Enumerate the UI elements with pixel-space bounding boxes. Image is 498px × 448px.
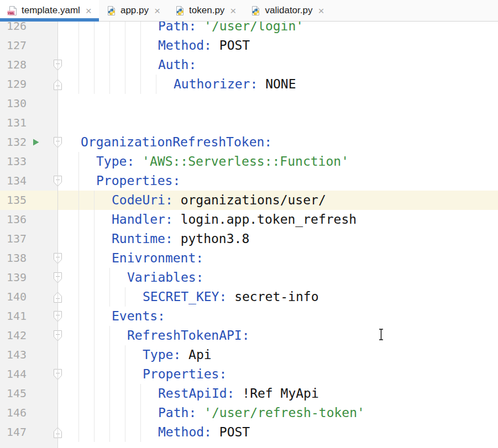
indent-guide <box>94 287 95 307</box>
line-number: 143 <box>0 345 27 365</box>
indent-guide <box>78 55 79 75</box>
svg-text:YML: YML <box>7 10 14 14</box>
code-line-140: 140SECRET_KEY: secret-info <box>0 287 498 307</box>
tab-label: token.py <box>189 5 224 16</box>
indent-guide <box>78 75 79 94</box>
indent-guide <box>109 345 110 365</box>
indent-guide <box>140 36 141 55</box>
code-text[interactable]: RefreshTokenAPI: <box>127 326 250 345</box>
line-number: 132 <box>0 133 27 152</box>
line-number: 128 <box>0 55 27 75</box>
code-line-129: 129Authorizer: NONE <box>0 75 498 94</box>
indent-guide <box>140 384 141 403</box>
close-icon[interactable]: × <box>86 6 92 16</box>
tab-label: validator.py <box>265 5 312 16</box>
code-line-133: 133Type: 'AWS::Serverless::Function' <box>0 152 498 171</box>
code-text[interactable]: CodeUri: organizations/user/ <box>112 191 326 210</box>
indent-guide <box>94 229 95 249</box>
tab-app.py[interactable]: app.py× <box>99 0 167 21</box>
line-number: 140 <box>0 287 27 307</box>
line-number: 133 <box>0 152 27 171</box>
line-number: 130 <box>0 94 27 113</box>
code-text[interactable]: Events: <box>112 307 165 326</box>
line-number: 138 <box>0 249 27 268</box>
indent-guide <box>109 403 110 423</box>
code-text[interactable]: Enivronment: <box>112 249 203 268</box>
line-number: 146 <box>0 403 27 423</box>
code-text[interactable]: SECRET_KEY: secret-info <box>143 287 319 307</box>
line-number: 136 <box>0 210 27 229</box>
tab-template.yaml[interactable]: YMLtemplate.yaml× <box>0 0 99 21</box>
code-text[interactable]: Properties: <box>143 365 227 384</box>
line-number: 139 <box>0 268 27 287</box>
code-text[interactable]: RestApiId: !Ref MyApi <box>158 384 319 403</box>
line-number: 129 <box>0 75 27 94</box>
run-icon[interactable] <box>30 137 41 147</box>
code-line-128: 128Auth: <box>0 55 498 75</box>
code-text[interactable]: Handler: login.app.token_refresh <box>112 210 357 229</box>
indent-guide <box>109 326 110 345</box>
code-text[interactable]: Authorizer: NONE <box>174 75 296 94</box>
text-cursor-icon <box>378 328 385 343</box>
indent-guide <box>125 345 125 365</box>
code-text[interactable]: Properties: <box>96 171 180 191</box>
tab-label: app.py <box>120 5 149 16</box>
indent-guide <box>94 345 95 365</box>
tab-token.py[interactable]: token.py× <box>167 0 243 21</box>
line-number: 134 <box>0 171 27 191</box>
indent-guide <box>78 384 79 403</box>
indent-guide <box>78 287 79 307</box>
code-text[interactable]: Method: POST <box>158 423 250 442</box>
indent-guide <box>78 191 79 210</box>
indent-guide <box>78 268 79 287</box>
code-text[interactable]: Type: Api <box>143 345 212 365</box>
indent-guide <box>78 365 79 384</box>
line-number: 142 <box>0 326 27 345</box>
code-line-142: 142RefreshTokenAPI: <box>0 326 498 345</box>
code-text[interactable]: Type: 'AWS::Serverless::Function' <box>96 152 349 171</box>
code-line-143: 143Type: Api <box>0 345 498 365</box>
close-icon[interactable]: × <box>230 6 236 16</box>
indent-guide <box>78 171 79 191</box>
indent-guide <box>94 403 95 423</box>
indent-guide <box>109 55 110 75</box>
indent-guide <box>125 365 125 384</box>
tab-validator.py[interactable]: validator.py× <box>243 0 331 21</box>
indent-guide <box>78 249 79 268</box>
indent-guide <box>125 75 125 94</box>
code-line-136: 136Handler: login.app.token_refresh <box>0 210 498 229</box>
indent-guide <box>94 365 95 384</box>
active-tab-underline <box>0 18 99 22</box>
code-text[interactable]: Auth: <box>158 55 196 75</box>
line-number: 131 <box>0 113 27 133</box>
code-line-144: 144Properties: <box>0 365 498 384</box>
indent-guide <box>140 403 141 423</box>
code-area[interactable]: 126Path: '/user/login'127Method: POST128… <box>0 0 498 448</box>
gutter-separator <box>57 0 58 448</box>
indent-guide <box>140 55 141 75</box>
code-line-139: 139Variables: <box>0 268 498 287</box>
close-icon[interactable]: × <box>154 6 160 16</box>
code-line-134: 134Properties: <box>0 171 498 191</box>
indent-guide <box>78 326 79 345</box>
code-line-141: 141Events: <box>0 307 498 326</box>
indent-guide <box>109 384 110 403</box>
code-text[interactable]: Runtime: python3.8 <box>112 229 249 249</box>
indent-guide <box>125 384 125 403</box>
code-line-147: 147Method: POST <box>0 423 498 442</box>
indent-guide <box>78 403 79 423</box>
code-text[interactable]: OrganizationRefreshToken: <box>81 133 272 152</box>
indent-guide <box>78 210 79 229</box>
code-text[interactable]: Method: POST <box>158 36 250 55</box>
code-line-145: 145RestApiId: !Ref MyApi <box>0 384 498 403</box>
indent-guide <box>78 36 79 55</box>
code-text[interactable]: Path: '/user/refresh-token' <box>158 403 365 423</box>
code-text[interactable]: Variables: <box>127 268 203 287</box>
indent-guide <box>125 36 125 55</box>
indent-guide <box>109 365 110 384</box>
indent-guide <box>94 384 95 403</box>
python-file-icon <box>175 6 185 16</box>
close-icon[interactable]: × <box>318 6 324 16</box>
tab-label: template.yaml <box>22 5 80 16</box>
code-line-146: 146Path: '/user/refresh-token' <box>0 403 498 423</box>
